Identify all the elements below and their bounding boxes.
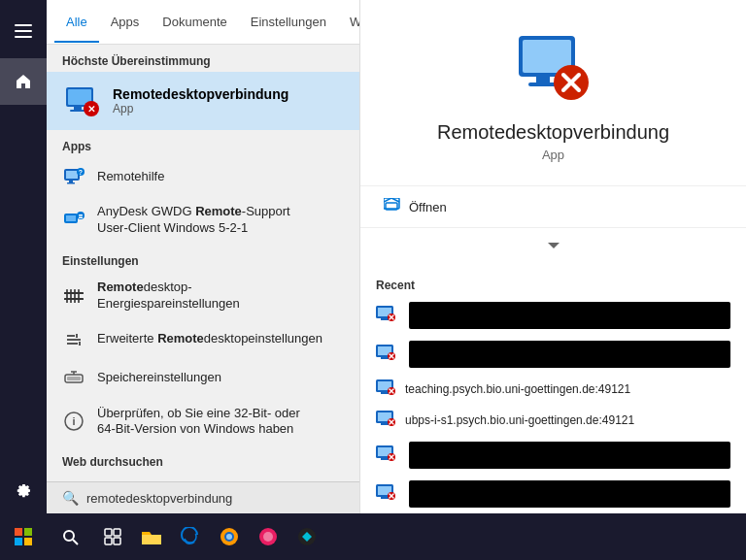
search-panel: Alle Apps Dokumente Einstellungen Web Me… [47, 0, 406, 513]
search-bar-icon: 🔍 [62, 490, 79, 506]
svg-point-90 [64, 531, 74, 541]
svg-text:✕: ✕ [87, 104, 95, 115]
speicher-icon [62, 367, 85, 390]
best-match-type: App [113, 102, 390, 115]
tab-apps[interactable]: Apps [99, 1, 152, 43]
recent-item-3-icon [376, 379, 395, 399]
recent-item-4-label: ubps-i-s1.psych.bio.uni-goettingen.de:49… [405, 413, 634, 427]
taskbar-explorer[interactable] [132, 513, 171, 560]
svg-rect-93 [114, 529, 120, 536]
svg-rect-16 [67, 182, 75, 184]
recent-item-6-blocked [409, 480, 730, 508]
recent-item-4[interactable]: ubps-i-s1.psych.bio.uni-goettingen.de:49… [360, 405, 746, 436]
remote-desktop-icon: ✕ [62, 82, 101, 120]
list-item-remotehilfe[interactable]: ? Remotehilfe › [47, 157, 406, 196]
svg-rect-64 [381, 392, 389, 394]
best-match-header: Höchste Übereinstimmung [47, 45, 406, 72]
taskbar-app1[interactable] [249, 513, 288, 560]
svg-rect-9 [74, 107, 82, 110]
apps-header: Apps [47, 130, 406, 157]
svg-rect-58 [381, 357, 389, 359]
svg-rect-87 [24, 528, 32, 536]
svg-rect-76 [381, 458, 389, 460]
svg-point-98 [226, 534, 232, 540]
taskbar-search-button[interactable] [47, 513, 93, 560]
recent-item-1[interactable] [360, 296, 746, 335]
recent-item-6-icon [376, 484, 395, 504]
recent-item-3-label: teaching.psych.bio.uni-goettingen.de:491… [405, 382, 630, 396]
open-button[interactable]: Öffnen [360, 185, 746, 227]
tab-dokumente[interactable]: Dokumente [151, 1, 238, 43]
svg-rect-43 [536, 77, 550, 82]
right-panel-app-icon [515, 28, 593, 106]
list-item-anydesk[interactable]: AnyDesk GWDG Remote-SupportUser-Client W… [47, 196, 406, 245]
erweiterte-label: Erweiterte Remotedesktopeinstellungen [97, 331, 375, 347]
svg-rect-28 [64, 292, 84, 294]
svg-rect-1 [15, 30, 32, 32]
svg-rect-25 [70, 289, 72, 303]
svg-rect-82 [381, 497, 389, 499]
anydesk-icon [62, 209, 85, 232]
expand-button[interactable] [360, 227, 746, 263]
svg-rect-89 [24, 538, 32, 545]
tab-alle[interactable]: Alle [54, 1, 99, 43]
recent-item-2[interactable] [360, 335, 746, 374]
right-panel: Remotedesktopverbindung App Öffnen Recen… [359, 0, 746, 513]
settings-button[interactable] [0, 467, 47, 513]
search-input[interactable] [86, 491, 390, 506]
recent-item-5-blocked [409, 442, 730, 469]
recent-section: Recent [360, 263, 746, 513]
taskbar-task-view[interactable] [93, 513, 132, 560]
list-item-erweiterte[interactable]: Erweiterte Remotedesktopeinstellungen › [47, 320, 406, 359]
side-navigation [0, 0, 47, 513]
taskbar-firefox[interactable] [210, 513, 249, 560]
web-header: Web durchsuchen [47, 445, 406, 473]
right-panel-subtitle: App [542, 148, 564, 162]
recent-item-2-icon [376, 345, 395, 364]
svg-rect-14 [66, 171, 78, 179]
svg-rect-44 [528, 82, 558, 86]
anydesk-label: AnyDesk GWDG Remote-SupportUser-Client W… [97, 204, 375, 237]
remotehilfe-icon: ? [62, 165, 85, 188]
svg-rect-86 [15, 528, 22, 536]
open-icon [384, 198, 401, 215]
energiespar-label: Remotedesktop-Energiespareinstellungen [97, 280, 375, 313]
svg-line-91 [73, 540, 78, 544]
erweiterte-icon [62, 328, 85, 351]
tab-einstellungen[interactable]: Einstellungen [239, 1, 338, 43]
svg-rect-22 [79, 214, 83, 216]
list-item-speicher[interactable]: Speichereinstellungen › [47, 359, 406, 398]
open-btn-label: Öffnen [409, 200, 447, 214]
remotehilfe-label: Remotehilfe [97, 169, 375, 185]
taskbar-edge[interactable] [171, 513, 210, 560]
start-button[interactable] [0, 513, 47, 560]
taskbar-app2[interactable] [288, 513, 326, 560]
search-results: Höchste Übereinstimmung ✕ Remotedesktopv… [47, 45, 406, 481]
taskbar [0, 513, 746, 560]
energiespar-icon [62, 284, 85, 308]
recent-item-3[interactable]: teaching.psych.bio.uni-goettingen.de:491… [360, 374, 746, 405]
svg-rect-0 [15, 24, 32, 26]
hamburger-menu-button[interactable] [0, 8, 47, 54]
svg-rect-10 [70, 110, 85, 112]
speicher-label: Speichereinstellungen [97, 370, 375, 386]
svg-rect-95 [114, 538, 120, 544]
svg-rect-20 [66, 215, 76, 221]
svg-rect-29 [64, 298, 84, 300]
recent-item-6[interactable] [360, 475, 746, 513]
search-bar: 🔍 [47, 481, 406, 513]
svg-rect-26 [74, 289, 76, 303]
recent-item-1-icon [376, 306, 395, 325]
svg-rect-70 [381, 423, 389, 425]
svg-rect-15 [69, 181, 73, 182]
recent-item-5[interactable] [360, 436, 746, 475]
recent-item-5-icon [376, 445, 395, 465]
svg-rect-92 [105, 529, 112, 536]
home-button[interactable] [0, 58, 47, 105]
list-item-ueberpruefen[interactable]: i Überprüfen, ob Sie eine 32-Bit- oder64… [47, 398, 406, 446]
recent-header: Recent [360, 271, 746, 296]
list-item-energiespar[interactable]: Remotedesktop-Energiespareinstellungen › [47, 272, 406, 320]
svg-rect-24 [66, 289, 68, 303]
ueberpruefen-icon: i [62, 410, 85, 433]
best-match-item[interactable]: ✕ Remotedesktopverbindung App [47, 72, 406, 130]
